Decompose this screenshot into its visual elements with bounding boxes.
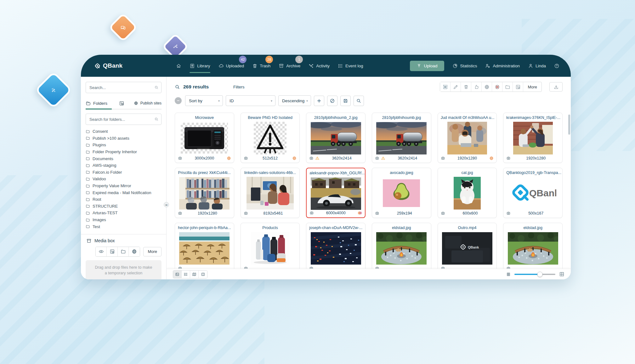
folder-item[interactable]: Root — [86, 196, 162, 203]
folder-item[interactable]: Property Value Mirror — [86, 182, 162, 189]
asset-card[interactable]: Priscilla du preez XkKCui44i... 1920x128… — [175, 168, 234, 218]
asset-card[interactable]: Beware PNG HD Isolated 512x512 — [241, 113, 300, 163]
save-sort-button[interactable] — [340, 96, 351, 106]
nav-activity[interactable]: Activity — [309, 63, 330, 69]
asset-card[interactable]: eldstad.jpg — [503, 223, 563, 269]
like-button[interactable] — [471, 82, 482, 92]
asset-card[interactable]: cat.jpg 600x600 — [438, 168, 497, 218]
asset-card[interactable]: Products — [241, 223, 300, 269]
tab-mediabox[interactable] — [119, 98, 133, 109]
nav-trash[interactable]: 28 Trash — [252, 63, 270, 69]
collapse-sort-button[interactable] — [175, 97, 182, 104]
nav-uploaded[interactable]: 42 Uploaded — [218, 63, 244, 69]
download-button[interactable] — [549, 82, 563, 92]
thumbnail-view-button[interactable] — [173, 271, 182, 278]
tab-publish-sites[interactable]: Publish sites — [133, 98, 162, 109]
user-icon — [528, 63, 533, 69]
folder-item[interactable]: Images — [86, 216, 162, 223]
slider-handle[interactable] — [537, 272, 542, 277]
asset-thumbnail — [306, 232, 365, 265]
publish-button[interactable] — [129, 247, 140, 256]
qbank-logo[interactable]: QBank — [95, 62, 122, 69]
folder-item[interactable]: AWS-staging — [86, 162, 162, 169]
asset-card[interactable]: QBanklogo2019_rgb-Transpa... QBank 500x1… — [503, 168, 563, 218]
delete-button[interactable] — [461, 82, 471, 92]
mediabox-dropzone[interactable]: Drag and drop files here to make a tempo… — [86, 260, 162, 279]
search-icon — [154, 117, 159, 121]
nav-archive[interactable]: 1 Archive — [279, 63, 300, 69]
asset-card[interactable]: Jud mackrill Of m3hMsoAA u... 1920x1280 — [438, 113, 497, 163]
asset-card[interactable]: avocado.jpeg 259x194 — [372, 168, 431, 218]
asset-card[interactable]: Outro.mp4 QBank — [438, 223, 497, 269]
select-mode-button[interactable] — [440, 82, 451, 92]
nav-administration[interactable]: Administration — [485, 63, 520, 69]
move-to-folder-button[interactable] — [502, 82, 513, 92]
nav-statistics[interactable]: Statistics — [452, 63, 477, 69]
download-icon — [553, 84, 559, 90]
asset-card-footer: 8192x5461 — [241, 209, 300, 218]
publish-button[interactable] — [482, 82, 492, 92]
tab-folders[interactable]: Folders — [86, 98, 119, 109]
nav-library[interactable]: Library — [190, 63, 210, 69]
clear-sort-button[interactable] — [327, 96, 337, 106]
folder-search — [86, 114, 162, 125]
folder-item[interactable]: Validoo — [86, 176, 162, 182]
folder-item[interactable]: Arturas-TEST — [86, 210, 162, 216]
trash-icon — [252, 63, 258, 69]
unpublish-button[interactable] — [492, 82, 502, 92]
sort-field-select[interactable]: ID — [226, 95, 275, 106]
sidebar-resize-handle[interactable]: ◂▸ — [164, 202, 169, 207]
asset-card[interactable]: hector-john-periquin-b-RbAa... — [175, 223, 234, 269]
asset-card[interactable]: aleksandr-popov-Xbh_OGLRf... 6000x4000 — [306, 168, 366, 218]
list-view-icon — [184, 272, 188, 277]
scrollbar-thumb[interactable] — [568, 115, 570, 135]
folder-item[interactable]: Documents — [86, 155, 162, 162]
add-sort-button[interactable] — [314, 96, 324, 106]
asset-title: aleksandr-popov-Xbh_OGLRf... — [307, 168, 365, 177]
folder-item[interactable]: STRUCTURE — [86, 203, 162, 210]
thumbnail-size-slider[interactable] — [514, 274, 555, 275]
upload-button[interactable]: Upload — [410, 61, 445, 71]
eye-icon — [99, 249, 104, 254]
asset-card[interactable]: 2810pfpbfnihoumb_2.jpg 3620x2414 — [306, 113, 366, 163]
split-view-button[interactable] — [199, 271, 207, 278]
folder-item[interactable]: Expired media - Mail Notification — [86, 189, 162, 196]
apply-search-button[interactable] — [354, 96, 364, 106]
nav-user[interactable]: Linda — [528, 63, 546, 69]
folder-item[interactable]: Folder Property Inheritor — [86, 148, 162, 155]
asset-card[interactable]: krakenimages-376KN_ISplE-... 1920x1280 — [503, 113, 563, 163]
camera-icon — [178, 266, 182, 269]
sort-by-select[interactable]: Sort by — [185, 95, 223, 106]
nav-eventlog[interactable]: Event log — [338, 63, 363, 69]
folder-item[interactable]: Plugins — [86, 142, 162, 148]
asset-dimensions: 3620x2414 — [387, 156, 428, 160]
nav-home[interactable] — [176, 63, 181, 69]
asset-card[interactable]: linkedin-sales-solutions-46b... 8192x546… — [241, 168, 300, 218]
nav-help[interactable] — [554, 63, 559, 69]
edit-button[interactable] — [451, 82, 461, 92]
list-view-button[interactable] — [182, 271, 190, 278]
asset-card[interactable]: Microwave 3000x2000 — [175, 113, 234, 163]
folder-item[interactable]: Test — [86, 223, 162, 230]
mediabox-more-button[interactable]: More — [143, 247, 162, 256]
folder-search-input[interactable] — [86, 114, 162, 125]
more-actions-button[interactable]: More — [523, 82, 541, 92]
mediabox-view-button[interactable] — [107, 247, 118, 256]
search-input[interactable] — [86, 82, 162, 93]
map-view-button[interactable] — [190, 271, 199, 278]
archive-icon — [279, 63, 284, 69]
camera-icon — [375, 266, 379, 269]
preview-button[interactable] — [96, 247, 107, 256]
folder-item[interactable]: Consent — [86, 128, 162, 135]
folder-item[interactable]: Falcon.io Folder — [86, 169, 162, 176]
home-icon — [176, 63, 181, 69]
add-to-mediabox-button[interactable] — [513, 82, 523, 92]
asset-card[interactable]: 2810pfpbfnihoumb.jpg 3620x2414 — [372, 113, 431, 163]
sort-direction-select[interactable]: Descending — [278, 95, 311, 106]
folder-item[interactable]: Publish >100 assets — [86, 135, 162, 142]
asset-card[interactable]: eldstad.jpg — [372, 223, 431, 269]
folder-button[interactable] — [118, 247, 129, 256]
asset-card[interactable]: joseph-chan-xDuA-MDfV2w-... — [306, 223, 366, 269]
camera-icon — [309, 211, 314, 215]
filters-link[interactable]: Filters — [233, 85, 244, 89]
